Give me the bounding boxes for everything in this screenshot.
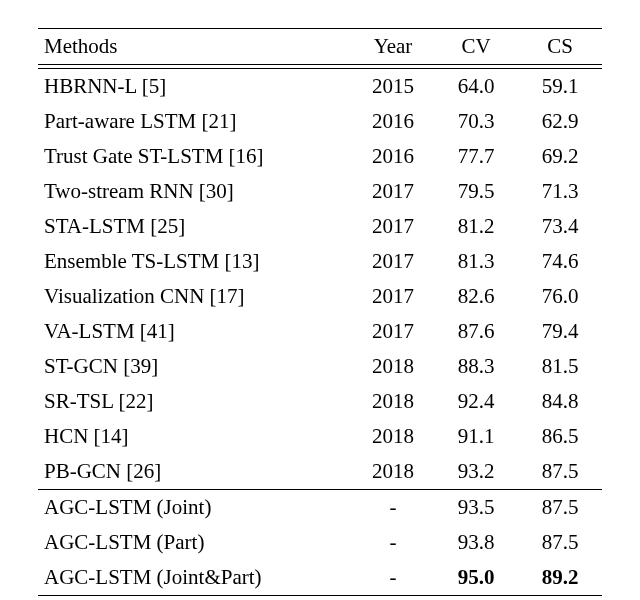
- col-cv: CV: [434, 29, 518, 65]
- table-row: Visualization CNN [17] 2017 82.6 76.0: [38, 279, 602, 314]
- cell-cs: 87.5: [518, 454, 602, 489]
- cell-cs: 59.1: [518, 69, 602, 105]
- cell-year: 2017: [352, 174, 434, 209]
- cell-cv: 70.3: [434, 104, 518, 139]
- cell-method: Visualization CNN [17]: [38, 279, 352, 314]
- cell-year: 2016: [352, 139, 434, 174]
- cell-cv: 88.3: [434, 349, 518, 384]
- results-table: Methods Year CV CS HBRNN-L [5] 2015 64.0…: [38, 28, 602, 596]
- cell-cv: 64.0: [434, 69, 518, 105]
- cell-cv: 79.5: [434, 174, 518, 209]
- cell-method: AGC-LSTM (Joint&Part): [38, 560, 352, 595]
- cell-year: 2018: [352, 384, 434, 419]
- table-row: HBRNN-L [5] 2015 64.0 59.1: [38, 69, 602, 105]
- cell-cs: 89.2: [518, 560, 602, 595]
- table-row: Two-stream RNN [30] 2017 79.5 71.3: [38, 174, 602, 209]
- bottom-rule: [38, 595, 602, 596]
- cell-cs: 76.0: [518, 279, 602, 314]
- table-row: SR-TSL [22] 2018 92.4 84.8: [38, 384, 602, 419]
- cell-cv: 91.1: [434, 419, 518, 454]
- cell-cv: 81.3: [434, 244, 518, 279]
- cell-method: VA-LSTM [41]: [38, 314, 352, 349]
- table-row: AGC-LSTM (Part) - 93.8 87.5: [38, 525, 602, 560]
- cell-method: Ensemble TS-LSTM [13]: [38, 244, 352, 279]
- cell-cv: 82.6: [434, 279, 518, 314]
- cell-cv: 77.7: [434, 139, 518, 174]
- cell-method: AGC-LSTM (Part): [38, 525, 352, 560]
- table-row: PB-GCN [26] 2018 93.2 87.5: [38, 454, 602, 489]
- cell-cs: 74.6: [518, 244, 602, 279]
- cell-cv: 92.4: [434, 384, 518, 419]
- cell-method: HCN [14]: [38, 419, 352, 454]
- cell-cv: 95.0: [434, 560, 518, 595]
- cell-cs: 73.4: [518, 209, 602, 244]
- col-cs: CS: [518, 29, 602, 65]
- cell-method: SR-TSL [22]: [38, 384, 352, 419]
- cell-cv: 93.5: [434, 490, 518, 526]
- cell-cs: 79.4: [518, 314, 602, 349]
- cell-cv: 93.8: [434, 525, 518, 560]
- cell-year: 2018: [352, 454, 434, 489]
- table-row: ST-GCN [39] 2018 88.3 81.5: [38, 349, 602, 384]
- cell-year: -: [352, 560, 434, 595]
- cell-cs: 81.5: [518, 349, 602, 384]
- table-row: AGC-LSTM (Joint&Part) - 95.0 89.2: [38, 560, 602, 595]
- cell-method: Part-aware LSTM [21]: [38, 104, 352, 139]
- cell-year: 2017: [352, 209, 434, 244]
- table-row: AGC-LSTM (Joint) - 93.5 87.5: [38, 490, 602, 526]
- cell-year: 2017: [352, 279, 434, 314]
- cell-cs: 62.9: [518, 104, 602, 139]
- cell-cv: 81.2: [434, 209, 518, 244]
- table-header-row: Methods Year CV CS: [38, 29, 602, 65]
- cell-cv: 93.2: [434, 454, 518, 489]
- col-year: Year: [352, 29, 434, 65]
- cell-cs: 87.5: [518, 525, 602, 560]
- cell-year: 2018: [352, 419, 434, 454]
- cell-cs: 71.3: [518, 174, 602, 209]
- table-row: HCN [14] 2018 91.1 86.5: [38, 419, 602, 454]
- table-figure: Methods Year CV CS HBRNN-L [5] 2015 64.0…: [0, 0, 640, 596]
- cell-method: PB-GCN [26]: [38, 454, 352, 489]
- cell-method: Trust Gate ST-LSTM [16]: [38, 139, 352, 174]
- cell-method: ST-GCN [39]: [38, 349, 352, 384]
- col-methods: Methods: [38, 29, 352, 65]
- cell-method: STA-LSTM [25]: [38, 209, 352, 244]
- cell-year: 2017: [352, 314, 434, 349]
- table-row: STA-LSTM [25] 2017 81.2 73.4: [38, 209, 602, 244]
- cell-cs: 69.2: [518, 139, 602, 174]
- table-row: Part-aware LSTM [21] 2016 70.3 62.9: [38, 104, 602, 139]
- cell-year: -: [352, 525, 434, 560]
- cell-year: -: [352, 490, 434, 526]
- cell-cs: 87.5: [518, 490, 602, 526]
- cell-cs: 84.8: [518, 384, 602, 419]
- cell-year: 2016: [352, 104, 434, 139]
- cell-cs: 86.5: [518, 419, 602, 454]
- cell-year: 2017: [352, 244, 434, 279]
- cell-method: AGC-LSTM (Joint): [38, 490, 352, 526]
- table-row: VA-LSTM [41] 2017 87.6 79.4: [38, 314, 602, 349]
- table-row: Ensemble TS-LSTM [13] 2017 81.3 74.6: [38, 244, 602, 279]
- table-row: Trust Gate ST-LSTM [16] 2016 77.7 69.2: [38, 139, 602, 174]
- cell-method: Two-stream RNN [30]: [38, 174, 352, 209]
- cell-method: HBRNN-L [5]: [38, 69, 352, 105]
- cell-cv: 87.6: [434, 314, 518, 349]
- cell-year: 2018: [352, 349, 434, 384]
- cell-year: 2015: [352, 69, 434, 105]
